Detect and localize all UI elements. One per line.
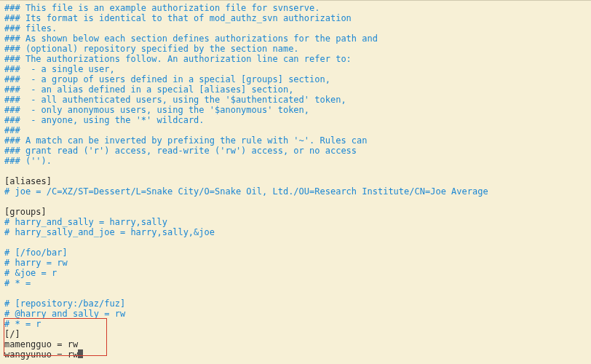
code-line[interactable]: ### files.: [4, 23, 587, 33]
code-line[interactable]: ### - an alias defined in a special [ali…: [4, 84, 587, 95]
comment-text: A match can be inverted by prefixing the…: [20, 135, 368, 146]
config-text: [/]: [4, 329, 20, 339]
comment-text: ###: [4, 135, 20, 146]
code-line[interactable]: [4, 288, 587, 298]
comment-text: As shown below each section defines auth…: [20, 33, 378, 44]
code-line[interactable]: mamengguo = rw: [4, 339, 587, 349]
code-line[interactable]: ### A match can be inverted by prefixing…: [4, 135, 587, 146]
code-line[interactable]: [4, 197, 587, 207]
code-line[interactable]: [4, 237, 587, 248]
code-line[interactable]: ### - all authenticated users, using the…: [4, 95, 587, 105]
code-line[interactable]: ### This file is an example authorizatio…: [4, 3, 587, 13]
code-line[interactable]: # &joe = r: [4, 268, 587, 278]
config-text: mamengguo = rw: [4, 339, 78, 349]
text-editor-viewport[interactable]: ### This file is an example authorizatio…: [0, 0, 591, 364]
comment-text: # harry_and_sally = harry,sally: [4, 217, 167, 227]
code-line[interactable]: # [/foo/bar]: [4, 248, 587, 258]
comment-text: ###: [4, 115, 20, 125]
code-line[interactable]: ### (optional) repository specified by t…: [4, 44, 587, 54]
comment-text: ###: [4, 23, 20, 33]
code-line[interactable]: [groups]: [4, 207, 587, 217]
comment-text: - only anonymous users, using the '$anon…: [20, 105, 309, 115]
code-content[interactable]: ### This file is an example authorizatio…: [4, 3, 587, 360]
code-line[interactable]: [aliases]: [4, 176, 587, 186]
code-line[interactable]: ### - anyone, using the '*' wildcard.: [4, 115, 587, 125]
config-text: [groups]: [4, 207, 47, 217]
comment-text: ('').: [20, 156, 52, 166]
code-line[interactable]: # harry = rw: [4, 258, 587, 268]
comment-text: ###: [4, 54, 20, 64]
comment-text: - anyone, using the '*' wildcard.: [20, 115, 205, 125]
comment-text: ###: [4, 105, 20, 115]
comment-text: - a group of users defined in a special …: [20, 74, 330, 84]
code-line[interactable]: ### grant read ('r') access, read-write …: [4, 146, 587, 156]
code-line[interactable]: wangyunuo = rw: [4, 349, 587, 360]
comment-text: # * = r: [4, 319, 41, 329]
comment-text: - a single user,: [20, 64, 115, 74]
comment-text: ###: [4, 33, 20, 44]
code-line[interactable]: # harry_and_sally = harry,sally: [4, 217, 587, 227]
comment-text: # joe = /C=XZ/ST=Dessert/L=Snake City/O=…: [4, 186, 488, 197]
code-line[interactable]: # * = r: [4, 319, 587, 329]
comment-text: The authorizations follow. An authorizat…: [20, 54, 352, 64]
code-line[interactable]: [4, 166, 587, 176]
code-line[interactable]: # joe = /C=XZ/ST=Dessert/L=Snake City/O=…: [4, 186, 587, 197]
comment-text: ###: [4, 13, 20, 23]
code-line[interactable]: ### - a group of users defined in a spec…: [4, 74, 587, 84]
comment-text: ###: [4, 156, 20, 166]
comment-text: # [/foo/bar]: [4, 248, 68, 258]
comment-text: ###: [4, 95, 20, 105]
config-text: wangyunuo = rw: [4, 349, 78, 360]
comment-text: ###: [4, 3, 20, 13]
comment-text: ###: [4, 125, 20, 135]
code-line[interactable]: [/]: [4, 329, 587, 339]
comment-text: This file is an example authorization fi…: [20, 3, 320, 13]
comment-text: files.: [20, 23, 57, 33]
code-line[interactable]: ### The authorizations follow. An author…: [4, 54, 587, 64]
code-line[interactable]: # * =: [4, 278, 587, 288]
comment-text: - all authenticated users, using the '$a…: [20, 95, 346, 105]
comment-text: ###: [4, 64, 20, 74]
comment-text: ###: [4, 44, 20, 54]
config-text: [aliases]: [4, 176, 52, 186]
comment-text: # harry_sally_and_joe = harry,sally,&joe: [4, 227, 215, 237]
code-line[interactable]: ###: [4, 125, 587, 135]
comment-text: grant read ('r') access, read-write ('rw…: [20, 146, 357, 156]
comment-text: # [repository:/baz/fuz]: [4, 298, 125, 309]
comment-text: # harry = rw: [4, 258, 68, 268]
comment-text: # &joe = r: [4, 268, 57, 278]
comment-text: (optional) repository specified by the s…: [20, 44, 299, 54]
comment-text: # * =: [4, 278, 31, 288]
comment-text: - an alias defined in a special [aliases…: [20, 84, 294, 95]
code-line[interactable]: ### - only anonymous users, using the '$…: [4, 105, 587, 115]
comment-text: ###: [4, 74, 20, 84]
comment-text: # @harry_and_sally = rw: [4, 309, 125, 319]
text-cursor: [78, 349, 83, 358]
code-line[interactable]: ### ('').: [4, 156, 587, 166]
comment-text: ###: [4, 146, 20, 156]
comment-text: ###: [4, 84, 20, 95]
code-line[interactable]: # [repository:/baz/fuz]: [4, 298, 587, 309]
code-line[interactable]: # @harry_and_sally = rw: [4, 309, 587, 319]
code-line[interactable]: ### Its format is identical to that of m…: [4, 13, 587, 23]
code-line[interactable]: ### As shown below each section defines …: [4, 33, 587, 44]
code-line[interactable]: # harry_sally_and_joe = harry,sally,&joe: [4, 227, 587, 237]
code-line[interactable]: ### - a single user,: [4, 64, 587, 74]
comment-text: Its format is identical to that of mod_a…: [20, 13, 352, 23]
